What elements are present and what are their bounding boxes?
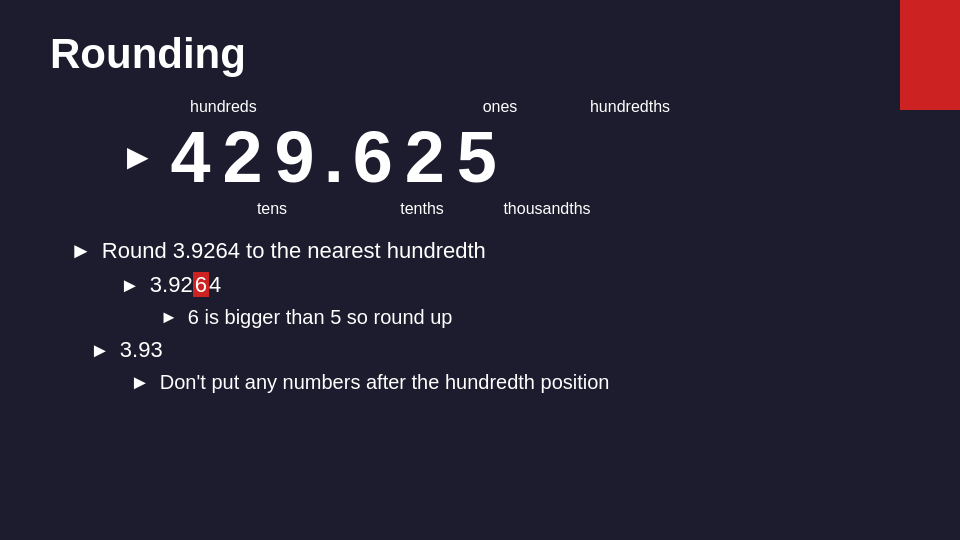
ones-label: ones bbox=[440, 98, 560, 116]
hundredths-label: hundredths bbox=[570, 98, 690, 116]
digit-2: 2 bbox=[218, 116, 270, 198]
hundreds-label: hundreds bbox=[190, 98, 270, 116]
number-display: 4 2 9 . 6 2 5 bbox=[166, 116, 504, 198]
digit-5: 5 bbox=[452, 116, 504, 198]
arrow-icon: ► bbox=[120, 136, 156, 178]
final-answer: 3.93 bbox=[120, 337, 163, 363]
number-row: ► 4 2 9 . 6 2 5 bbox=[120, 116, 910, 198]
digit-2b: 2 bbox=[400, 116, 452, 198]
digit-4: 4 bbox=[166, 116, 218, 198]
round-statement-line: ► Round 3.9264 to the nearest hundredth bbox=[70, 238, 910, 264]
thousandths-label: thousandths bbox=[487, 200, 607, 218]
dont-statement: Don't put any numbers after the hundredt… bbox=[160, 371, 610, 394]
round-statement: Round 3.9264 to the nearest hundredth bbox=[102, 238, 486, 264]
sub-number-line: ► 3.9264 bbox=[120, 272, 910, 298]
six-statement-line: ► 6 is bigger than 5 so round up bbox=[160, 306, 910, 329]
place-value-section: hundreds ones hundredths ► 4 2 9 . 6 2 5… bbox=[90, 98, 910, 218]
page-title: Rounding bbox=[50, 30, 910, 78]
slide: Rounding hundreds ones hundredths ► 4 2 … bbox=[0, 0, 960, 540]
final-answer-line: ► 3.93 bbox=[90, 337, 910, 363]
digit-9: 9 bbox=[270, 116, 322, 198]
tens-label: tens bbox=[242, 200, 302, 218]
bullet-arrow-1: ► bbox=[70, 238, 92, 264]
sub-number-text: 3.9264 bbox=[150, 272, 221, 298]
content-section: ► Round 3.9264 to the nearest hundredth … bbox=[70, 238, 910, 394]
sub-sub-bullet-arrow: ► bbox=[160, 307, 178, 328]
highlighted-digit: 6 bbox=[193, 272, 209, 297]
digit-6: 6 bbox=[348, 116, 400, 198]
dont-bullet-arrow: ► bbox=[130, 371, 150, 394]
sub-labels-row: tens tenths thousandths bbox=[190, 200, 910, 218]
decimal-point: . bbox=[324, 116, 346, 198]
final-bullet-arrow: ► bbox=[90, 339, 110, 362]
dont-statement-line: ► Don't put any numbers after the hundre… bbox=[130, 371, 910, 394]
sub-bullet-arrow-1: ► bbox=[120, 274, 140, 297]
six-statement: 6 is bigger than 5 so round up bbox=[188, 306, 453, 329]
tenths-label: tenths bbox=[382, 200, 462, 218]
top-labels-row: hundreds ones hundredths bbox=[190, 98, 910, 116]
decorative-red-square bbox=[900, 0, 960, 110]
